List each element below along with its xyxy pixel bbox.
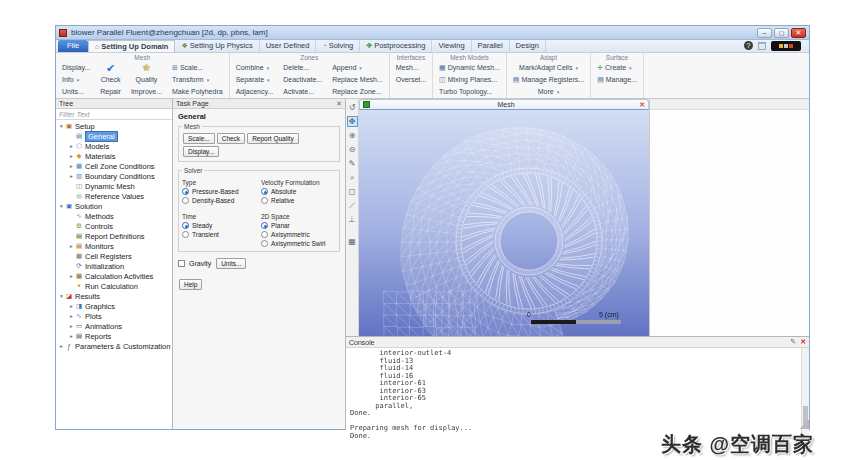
expander-icon[interactable]: ▸ xyxy=(68,303,75,309)
tab-design[interactable]: Design xyxy=(510,40,546,52)
tree-item-reference-values[interactable]: ◎Reference Values xyxy=(56,191,172,201)
create-surface-button[interactable]: ✛Create xyxy=(595,62,639,74)
deactivate-button[interactable]: Deactivate... xyxy=(281,74,324,86)
pan-icon[interactable]: ✥ xyxy=(347,116,358,127)
manage-surface-button[interactable]: ▤Manage... xyxy=(595,74,639,86)
tree-item-calculation-activities[interactable]: ▸▦Calculation Activities xyxy=(56,271,172,281)
density-based-option[interactable]: Density-Based xyxy=(182,196,257,205)
more-button[interactable]: More xyxy=(511,86,586,98)
scale-task-button[interactable]: Scale... xyxy=(183,133,215,144)
absolute-option[interactable]: Absolute xyxy=(261,187,336,196)
gravity-checkbox[interactable] xyxy=(178,260,185,267)
tree-item-monitors[interactable]: ▸▤Monitors xyxy=(56,241,172,251)
help-icon[interactable] xyxy=(744,41,753,50)
overset-button[interactable]: Overset... xyxy=(394,74,428,86)
minimize-button[interactable] xyxy=(757,28,772,38)
tree-item-boundary-conditions[interactable]: ▸▥Boundary Conditions xyxy=(56,171,172,181)
expander-icon[interactable]: ▸ xyxy=(68,333,75,339)
tab-postprocessing[interactable]: ✤Postprocessing xyxy=(360,40,432,52)
expander-icon[interactable]: ▸ xyxy=(68,143,75,149)
probe-icon[interactable]: ✎ xyxy=(347,158,358,169)
check-task-button[interactable]: Check xyxy=(217,133,245,144)
tree-item-setup[interactable]: ▾▣Setup xyxy=(56,121,172,131)
tree-item-solution[interactable]: ▾▣Solution xyxy=(56,201,172,211)
tree-filter-input[interactable] xyxy=(56,109,172,120)
maximize-button[interactable] xyxy=(774,28,789,38)
tree-item-animations[interactable]: ▸▭Animations xyxy=(56,321,172,331)
axes-icon[interactable]: ⊥ xyxy=(347,214,358,225)
pressure-based-option[interactable]: Pressure-Based xyxy=(182,187,257,196)
scale-button[interactable]: ⊞Scale... xyxy=(170,62,225,74)
replace-zone-button[interactable]: Replace Zone... xyxy=(330,86,385,98)
expander-icon[interactable]: ▸ xyxy=(68,173,75,179)
activate-button[interactable]: Activate... xyxy=(281,86,324,98)
layout-icon[interactable] xyxy=(758,42,766,50)
expander-icon[interactable]: ▾ xyxy=(58,203,65,209)
tree-item-cell-registers[interactable]: ▦Cell Registers xyxy=(56,251,172,261)
tab-user-defined[interactable]: User Defined xyxy=(260,40,317,52)
box-zoom-icon[interactable]: ◻ xyxy=(347,186,358,197)
make-polyhedra-button[interactable]: Make Polyhedra xyxy=(170,86,225,98)
planar-option[interactable]: Planar xyxy=(261,221,336,230)
mesh-canvas[interactable] xyxy=(359,110,649,336)
tree-item-models[interactable]: ▸⬡Models xyxy=(56,141,172,151)
expander-icon[interactable]: ▸ xyxy=(68,163,75,169)
manage-registers-button[interactable]: ▤Manage Registers... xyxy=(511,74,586,86)
zoom-in-icon[interactable]: ⊕ xyxy=(347,130,358,141)
relative-option[interactable]: Relative xyxy=(261,196,336,205)
graphics-tab[interactable]: Mesh xyxy=(359,99,649,110)
expander-icon[interactable]: ▾ xyxy=(58,293,65,299)
tree-item-methods[interactable]: ∿Methods xyxy=(56,211,172,221)
measure-icon[interactable]: ⟋ xyxy=(347,200,358,211)
tree-item-general[interactable]: ▤General xyxy=(56,131,172,141)
turbo-topology-button[interactable]: Turbo Topology... xyxy=(437,86,502,98)
expander-icon[interactable]: ▸ xyxy=(68,273,75,279)
tab-viewing[interactable]: Viewing xyxy=(432,40,471,52)
quality-button[interactable]: Quality xyxy=(129,74,164,86)
tree-item-run-calculation[interactable]: ✦Run Calculation xyxy=(56,281,172,291)
tree-item-plots[interactable]: ▸∿Plots xyxy=(56,311,172,321)
resize-grip[interactable] xyxy=(800,420,809,429)
tab-solving[interactable]: ◔Solving xyxy=(316,40,360,52)
delete-button[interactable]: Delete... xyxy=(281,62,324,74)
expander-icon[interactable]: ▸ xyxy=(68,323,75,329)
tree-item-dynamic-mesh[interactable]: ◫Dynamic Mesh xyxy=(56,181,172,191)
tab-parallel[interactable]: Parallel xyxy=(472,40,510,52)
units-task-button[interactable]: Units... xyxy=(216,258,246,269)
axisymmetric-swirl-option[interactable]: Axisymmetric Swirl xyxy=(261,239,336,248)
orbit-icon[interactable]: ↺ xyxy=(347,102,358,113)
axisymmetric-option[interactable]: Axisymmetric xyxy=(261,230,336,239)
fit-view-icon[interactable]: ▦ xyxy=(347,236,358,247)
task-close-icon[interactable] xyxy=(336,99,342,108)
repair-button[interactable]: Repair xyxy=(98,86,123,98)
console-text[interactable]: interior-outlet-4 fluid-13 fluid-14 flui… xyxy=(346,348,801,440)
zoom-out-icon[interactable]: ⊖ xyxy=(347,144,358,155)
close-button[interactable] xyxy=(791,28,806,38)
append-button[interactable]: Append xyxy=(330,62,385,74)
console-close-icon[interactable] xyxy=(800,338,806,346)
tree-item-report-definitions[interactable]: ▤Report Definitions xyxy=(56,231,172,241)
magnify-icon[interactable]: ⌕ xyxy=(347,172,358,183)
graphics-tab-close-icon[interactable] xyxy=(639,101,645,109)
tree-item-materials[interactable]: ▸◆Materials xyxy=(56,151,172,161)
transform-button[interactable]: Transform xyxy=(170,74,225,86)
tree-item-controls[interactable]: ⚙Controls xyxy=(56,221,172,231)
help-button[interactable]: Help xyxy=(179,279,202,290)
interfaces-mesh-button[interactable]: Mesh... xyxy=(394,62,428,74)
file-menu-button[interactable]: File xyxy=(58,40,88,52)
units-button[interactable]: Units... xyxy=(60,86,92,98)
tab-setting-up-physics[interactable]: ❖Setting Up Physics xyxy=(175,40,259,52)
expander-icon[interactable]: ▸ xyxy=(68,243,75,249)
tree-item-parameters-customization[interactable]: ▸ƒParameters & Customization xyxy=(56,341,172,351)
tree-item-cell-zone-conditions[interactable]: ▸▦Cell Zone Conditions xyxy=(56,161,172,171)
info-button[interactable]: Info xyxy=(60,74,92,86)
tree-item-initialization[interactable]: ⟳Initialization xyxy=(56,261,172,271)
display-button[interactable]: Display... xyxy=(60,62,92,74)
display-task-button[interactable]: Display... xyxy=(183,146,219,157)
separate-button[interactable]: Separate xyxy=(234,74,276,86)
improve-button[interactable]: Improve... xyxy=(129,86,164,98)
tree-item-reports[interactable]: ▸▤Reports xyxy=(56,331,172,341)
dynamic-mesh-button[interactable]: ▦Dynamic Mesh... xyxy=(437,62,502,74)
transient-option[interactable]: Transient xyxy=(182,230,257,239)
steady-option[interactable]: Steady xyxy=(182,221,257,230)
